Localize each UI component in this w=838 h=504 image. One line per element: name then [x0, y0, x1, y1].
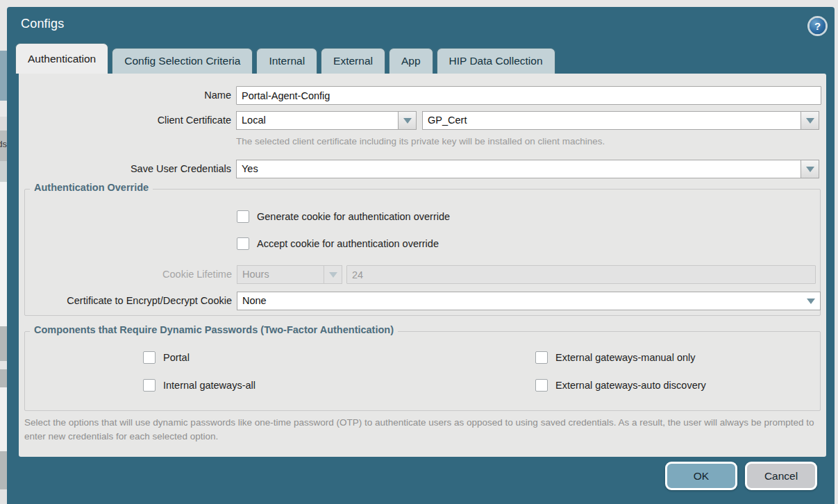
tab-internal[interactable]: Internal	[256, 48, 317, 74]
background-fragment: ds	[0, 131, 7, 161]
chevron-down-icon[interactable]	[324, 265, 342, 284]
portal-row: Portal	[143, 351, 190, 364]
client-certificate-type-value[interactable]: Local	[236, 111, 398, 130]
save-user-credentials-label: Save User Credentials	[19, 160, 231, 178]
accept-cookie-label: Accept cookie for authentication overrid…	[257, 238, 439, 249]
background-fragment	[0, 369, 7, 387]
background-fragment	[0, 451, 7, 489]
save-user-credentials-select[interactable]: Yes	[236, 160, 819, 178]
external-gateways-manual-row: External gateways-manual only	[535, 351, 696, 364]
certificate-cookie-label: Certificate to Encrypt/Decrypt Cookie	[25, 292, 232, 310]
client-certificate-label: Client Certificate	[19, 111, 231, 130]
authentication-override-legend: Authentication Override	[30, 182, 153, 193]
dynamic-passwords-footnote: Select the options that will use dynamic…	[24, 416, 821, 444]
external-gateways-auto-label: External gateways-auto discovery	[555, 380, 706, 391]
dialog-title: Configs	[21, 17, 64, 31]
background-fragment	[0, 326, 7, 361]
name-label: Name	[19, 86, 231, 105]
background-fragment	[0, 51, 7, 101]
dynamic-passwords-legend: Components that Require Dynamic Password…	[30, 324, 398, 335]
accept-cookie-checkbox[interactable]	[237, 237, 249, 250]
internal-gateways-row: Internal gateways-all	[143, 379, 255, 392]
portal-label: Portal	[163, 352, 190, 363]
background-fragment	[0, 161, 7, 182]
tab-external[interactable]: External	[321, 48, 385, 74]
background-fragment	[0, 101, 7, 117]
cookie-lifetime-amount-input[interactable]	[346, 265, 816, 284]
cookie-lifetime-unit-value[interactable]: Hours	[237, 265, 324, 284]
client-certificate-select[interactable]: GP_Cert	[422, 111, 819, 130]
cookie-lifetime-label: Cookie Lifetime	[25, 265, 232, 284]
save-user-credentials-value[interactable]: Yes	[236, 160, 801, 178]
generate-cookie-checkbox[interactable]	[237, 210, 249, 223]
external-gateways-auto-checkbox[interactable]	[535, 379, 548, 392]
configs-dialog: Configs ? Authentication Config Selectio…	[7, 7, 835, 504]
authentication-override-group: Authentication Override Generate cookie …	[24, 189, 821, 316]
external-gateways-auto-row: External gateways-auto discovery	[535, 379, 706, 392]
background-partial-text: ds	[0, 139, 7, 149]
client-certificate-value[interactable]: GP_Cert	[422, 111, 801, 130]
chevron-down-icon[interactable]	[398, 111, 417, 130]
client-certificate-type-select[interactable]: Local	[236, 111, 417, 130]
cookie-lifetime-unit-select[interactable]: Hours	[237, 265, 342, 284]
chevron-down-icon[interactable]	[801, 160, 819, 178]
authentication-tab-panel: Name Client Certificate Local GP_Cert Th…	[19, 74, 826, 457]
certificate-cookie-value[interactable]: None	[237, 292, 802, 310]
name-input[interactable]	[236, 86, 821, 105]
tab-authentication[interactable]: Authentication	[15, 43, 108, 74]
internal-gateways-all-checkbox[interactable]	[143, 379, 156, 392]
portal-checkbox[interactable]	[143, 351, 156, 364]
background-fragment	[0, 182, 7, 326]
background-fragment	[0, 361, 7, 369]
dynamic-passwords-group: Components that Require Dynamic Password…	[24, 331, 821, 411]
cancel-button[interactable]: Cancel	[745, 462, 817, 490]
chevron-down-icon[interactable]	[802, 292, 821, 310]
tab-hip-data-collection[interactable]: HIP Data Collection	[437, 48, 555, 74]
generate-cookie-label: Generate cookie for authentication overr…	[257, 211, 450, 222]
help-icon[interactable]: ?	[810, 18, 826, 34]
external-gateways-manual-checkbox[interactable]	[535, 351, 548, 364]
background-fragment	[0, 387, 7, 451]
accept-cookie-row: Accept cookie for authentication overrid…	[237, 237, 439, 250]
client-certificate-hint: The selected client certificate includin…	[236, 136, 605, 146]
background-fragment	[0, 489, 7, 504]
chevron-down-icon[interactable]	[801, 111, 819, 130]
internal-gateways-all-label: Internal gateways-all	[163, 380, 255, 391]
background-fragment	[0, 117, 7, 131]
page-background-top-strip	[0, 0, 838, 7]
certificate-cookie-select[interactable]: None	[237, 292, 821, 310]
ok-button[interactable]: OK	[665, 462, 737, 490]
tab-app[interactable]: App	[389, 48, 433, 74]
background-fragment	[0, 7, 7, 51]
generate-cookie-row: Generate cookie for authentication overr…	[237, 210, 450, 223]
tab-bar: Authentication Config Selection Criteria…	[15, 43, 555, 74]
tab-config-selection-criteria[interactable]: Config Selection Criteria	[112, 48, 253, 74]
page-background-right-strip	[835, 0, 838, 504]
external-gateways-manual-label: External gateways-manual only	[555, 352, 696, 363]
